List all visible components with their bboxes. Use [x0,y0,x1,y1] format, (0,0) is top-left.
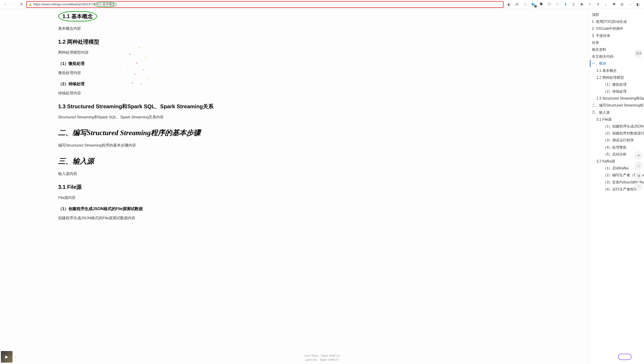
toolbar-icons: ◐ A⁾ ☆ 🐦 ⛊ 🛡 A ⬇ git zip ✚ ✧ ↺ ↓ ❤ ⧉ ⋯ ◧ [505,2,642,7]
purple-pill-button[interactable] [618,354,632,360]
extensions-icon[interactable]: ✚ [579,2,584,7]
browser-toolbar: ← → ⟳ 🔒 https://www.cnblogs.com/wkkwk/p/… [0,0,644,9]
sidebar-icon[interactable]: ◧ [636,2,640,7]
para-3-1: File源内容 [58,195,264,201]
para-1-2: 两种处理模型内容 [58,50,264,56]
music-player: ▶ › [1,351,18,363]
heading-2: 二、编写Structured Streaming程序的基本步骤 [58,128,264,138]
toc-item[interactable]: 3. 手搓目录 [592,32,644,39]
floating-buttons: 文A ≡ ⌂ ⚙ ↑ [634,49,643,190]
ext-bird-icon[interactable]: 🐦 [531,2,536,7]
music-play-button[interactable]: ▶ [1,351,12,363]
heading-1-1: 1.1 基本概念 [58,11,97,22]
toc-item[interactable]: 目录 [592,39,644,46]
heading-1-2-1: （1）微批处理 [58,61,264,66]
home-button[interactable]: ⌂ [634,162,643,170]
favorites-bar-icon[interactable]: ✧ [587,2,592,7]
heading-1-2: 1.2 两种处理模型 [58,38,264,46]
settings-button[interactable]: ⚙ [634,172,643,180]
refresh-button[interactable]: ⟳ [18,1,24,8]
toc-toggle-button[interactable]: ≡ [634,151,643,159]
read-aloud-icon[interactable]: A⁾ [515,2,520,7]
heading-3-1-1: （1）创建程序生成JSON格式的File源测试数据 [58,206,264,212]
forward-button[interactable]: → [10,1,16,8]
ext-shield1-icon[interactable]: ⛊ [539,2,544,7]
edge-icon[interactable]: ◐ [507,2,512,7]
music-lyrics: Lyrics by：Taylor Swift (//) [304,358,340,362]
background-decoration [0,9,67,42]
screenshot-icon[interactable]: ⧉ [620,2,624,7]
more-icon[interactable]: ⋯ [628,2,632,7]
para-1-2-1: 微批处理内容 [58,70,264,76]
ext-gitzip-icon[interactable]: git zip [571,2,576,7]
history-icon[interactable]: ↺ [595,2,600,7]
music-next-button[interactable]: › [14,351,18,363]
para-3: 输入源内容 [58,171,264,177]
scroll-top-button[interactable]: ↑ [634,182,643,190]
favorite-icon[interactable]: ☆ [523,2,528,7]
ext-a-icon[interactable]: A [555,2,560,7]
toc-item[interactable]: 2. VSCode中的插件 [592,25,644,32]
para-3-1-1: 创建程序生成JSON格式的File源测试数据内容 [58,215,264,222]
lock-icon: 🔒 [29,3,32,6]
downloads-icon[interactable]: ↓ [603,2,608,7]
url-text: https://www.cnblogs.com/wkkwk/p/18523776… [33,2,117,7]
music-title: Love Story - Taylor Swift (//) [304,354,340,358]
ext-shield2-icon[interactable]: 🛡 [547,2,552,7]
heading-3: 三、输入源 [58,156,264,166]
heading-1-3: 1.3 Structured Streaming和Spark SQL、Spark… [58,103,264,110]
ext-download-icon[interactable]: ⬇ [563,2,568,7]
para-2: 编写Structured Streaming程序的基本步骤内容 [58,142,264,149]
heading-3-1: 3.1 File源 [58,184,264,190]
article-content: 1.1 基本概念 基本概念内容 1.2 两种处理模型 两种处理模型内容 （1）微… [0,9,589,364]
para-1-3: Structured Streaming和Spark SQL、Spark Str… [58,114,264,120]
address-bar[interactable]: 🔒 https://www.cnblogs.com/wkkwk/p/185237… [26,1,504,8]
heading-1-2-2: （2）持续处理 [58,81,264,86]
para-1-2-2: 持续处理内容 [58,90,264,97]
music-info: Love Story - Taylor Swift (//) Lyrics by… [304,354,340,362]
translate-button[interactable]: 文A [634,49,643,57]
toc-item[interactable]: 1. 使用[TOC]自动生成 [592,18,644,25]
para-1-1: 基本概念内容 [58,26,264,32]
ext-heart-icon[interactable]: ❤ [611,2,616,7]
svg-rect-0 [23,26,32,34]
toc-item[interactable]: 顶部 [592,11,644,18]
back-button[interactable]: ← [2,1,8,8]
